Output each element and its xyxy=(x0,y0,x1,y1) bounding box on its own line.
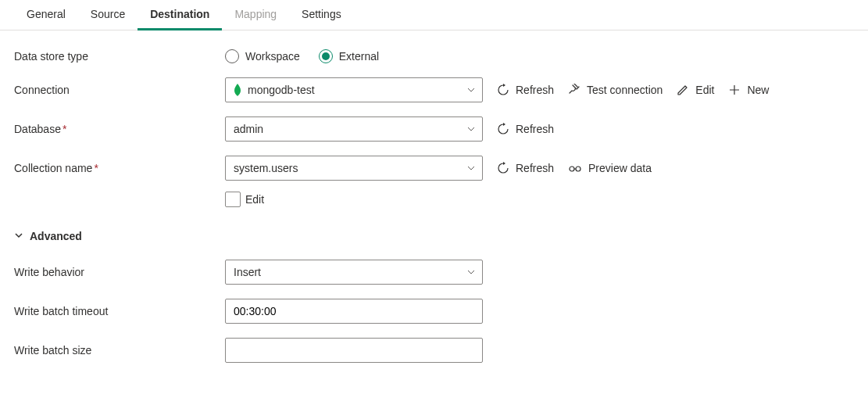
label-write-batch-timeout: Write batch timeout xyxy=(14,305,225,317)
refresh-collection-label: Refresh xyxy=(516,162,554,174)
form-area: Data store type Workspace External Conne… xyxy=(0,30,868,396)
label-write-batch-size: Write batch size xyxy=(14,344,225,357)
write-batch-timeout-input[interactable] xyxy=(225,299,483,324)
test-connection-button[interactable]: Test connection xyxy=(568,84,663,96)
tab-general[interactable]: General xyxy=(14,0,78,30)
collection-dropdown[interactable]: system.users xyxy=(225,156,483,181)
preview-data-label: Preview data xyxy=(588,162,652,174)
row-write-batch-size: Write batch size xyxy=(14,338,854,363)
collection-value: system.users xyxy=(234,162,298,174)
refresh-connection-button[interactable]: Refresh xyxy=(497,84,554,96)
label-write-behavior: Write behavior xyxy=(14,266,225,278)
row-write-behavior: Write behavior Insert xyxy=(14,260,854,285)
row-database: Database* admin Refresh xyxy=(14,116,854,142)
mongodb-icon xyxy=(234,84,241,96)
chevron-down-icon xyxy=(466,267,476,277)
refresh-collection-button[interactable]: Refresh xyxy=(497,162,554,174)
tab-destination[interactable]: Destination xyxy=(138,0,222,30)
refresh-database-label: Refresh xyxy=(516,123,554,135)
radio-circle-icon xyxy=(225,49,239,63)
test-connection-label: Test connection xyxy=(587,84,663,96)
label-connection: Connection xyxy=(14,84,225,96)
new-connection-button[interactable]: New xyxy=(728,84,769,96)
edit-checkbox-label: Edit xyxy=(245,193,264,206)
row-data-store-type: Data store type Workspace External xyxy=(14,49,854,63)
radio-external[interactable]: External xyxy=(319,49,379,63)
svg-point-1 xyxy=(576,167,580,171)
chevron-down-icon xyxy=(466,85,476,95)
label-data-store-type: Data store type xyxy=(14,50,225,63)
edit-connection-button[interactable]: Edit xyxy=(677,84,714,96)
tab-mapping[interactable]: Mapping xyxy=(222,0,289,30)
write-behavior-dropdown[interactable]: Insert xyxy=(225,260,483,285)
database-value: admin xyxy=(234,123,263,135)
new-connection-label: New xyxy=(747,84,769,96)
svg-point-0 xyxy=(570,167,574,171)
preview-data-button[interactable]: Preview data xyxy=(568,162,652,174)
connection-value: mongodb-test xyxy=(248,84,315,96)
chevron-down-icon xyxy=(14,230,23,242)
pencil-icon xyxy=(677,84,689,96)
refresh-icon xyxy=(497,123,509,135)
row-connection: Connection mongodb-test Refresh xyxy=(14,77,854,102)
row-write-batch-timeout: Write batch timeout xyxy=(14,299,854,324)
database-dropdown[interactable]: admin xyxy=(225,116,483,142)
radio-circle-icon xyxy=(319,49,333,63)
tabs-bar: General Source Destination Mapping Setti… xyxy=(0,0,868,30)
row-collection: Collection name* system.users Refresh Pr… xyxy=(14,156,854,181)
required-marker: * xyxy=(94,162,98,174)
write-batch-size-input[interactable] xyxy=(225,338,483,363)
radio-external-label: External xyxy=(339,50,379,63)
radio-workspace-label: Workspace xyxy=(245,50,300,63)
data-store-type-radio-group: Workspace External xyxy=(225,49,379,63)
edit-collection-checkbox[interactable]: Edit xyxy=(225,192,264,207)
plug-icon xyxy=(568,84,580,96)
connection-dropdown[interactable]: mongodb-test xyxy=(225,77,483,102)
chevron-down-icon xyxy=(466,163,476,173)
label-collection: Collection name* xyxy=(14,162,225,174)
refresh-connection-label: Refresh xyxy=(516,84,554,96)
label-database: Database* xyxy=(14,123,225,135)
plus-icon xyxy=(728,84,741,96)
refresh-icon xyxy=(497,84,509,96)
tab-settings[interactable]: Settings xyxy=(289,0,354,30)
required-marker: * xyxy=(63,123,66,135)
radio-workspace[interactable]: Workspace xyxy=(225,49,300,63)
write-behavior-value: Insert xyxy=(234,266,261,278)
advanced-toggle[interactable]: Advanced xyxy=(14,230,82,242)
edit-connection-label: Edit xyxy=(695,84,714,96)
refresh-database-button[interactable]: Refresh xyxy=(497,123,554,135)
chevron-down-icon xyxy=(466,124,476,134)
checkbox-icon xyxy=(225,192,241,207)
refresh-icon xyxy=(497,162,509,174)
advanced-label: Advanced xyxy=(30,230,82,242)
glasses-icon xyxy=(568,162,582,174)
tab-source[interactable]: Source xyxy=(78,0,138,30)
